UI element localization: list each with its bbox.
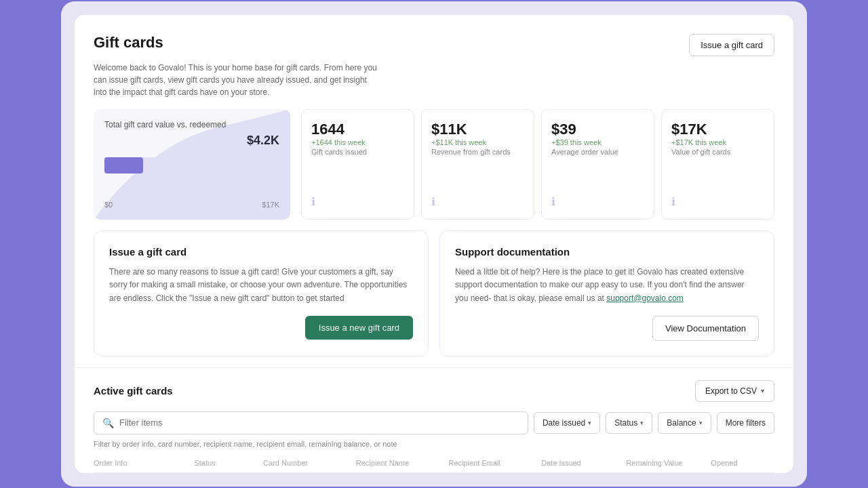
chevron-down-icon-balance: ▾ (699, 420, 703, 426)
active-gift-cards-section: Active gift cards Export to CSV ▾ 🔍 Date… (75, 367, 793, 473)
stat-change-3: +$17K this week (671, 138, 726, 146)
col-header-status: Status (194, 459, 258, 467)
issue-gift-card-top-button[interactable]: Issue a gift card (689, 34, 774, 56)
issue-card-section: Issue a gift card There are so many reas… (94, 230, 429, 357)
info-section: Issue a gift card There are so many reas… (94, 230, 774, 357)
chevron-down-icon-date: ▾ (588, 420, 591, 426)
stat-change-2: +$39 this week (551, 138, 601, 146)
status-filter-button[interactable]: Status ▾ (606, 412, 652, 434)
stat-change-0: +1644 this week (311, 138, 366, 146)
search-box: 🔍 (94, 411, 528, 434)
view-documentation-button[interactable]: View Documentation (652, 316, 759, 341)
stats-row: Total gift card value vs. redeemed $4.2K… (94, 109, 774, 220)
govalo-logo (750, 430, 793, 473)
support-text-pre: Need a little bit of help? Here is the p… (455, 267, 745, 302)
stat-number-0: 1644 (311, 121, 344, 138)
table-header-row: Order info Status Card number Recipient … (94, 456, 774, 473)
stat-number-1: $11K (431, 121, 467, 138)
stat-change-1: +$11K this week (431, 138, 486, 146)
chart-label-min: $0 (104, 201, 113, 209)
export-csv-button[interactable]: Export to CSV ▾ (695, 380, 774, 402)
chart-label-max: $17K (262, 201, 279, 209)
stat-label-3: Value of gift cards (671, 148, 730, 156)
stat-label-1: Revenue from gift cards (431, 148, 511, 156)
support-section: Support documentation Need a little bit … (439, 230, 774, 357)
status-label: Status (614, 418, 637, 428)
chart-card: Total gift card value vs. redeemed $4.2K… (94, 109, 290, 220)
issue-card-title: Issue a gift card (109, 246, 413, 258)
stat-icon-2: ℹ (551, 195, 555, 208)
stat-icon-0: ℹ (311, 195, 315, 208)
stat-cards: 1644 +1644 this week Gift cards issued ℹ… (301, 109, 774, 220)
stat-icon-3: ℹ (671, 195, 675, 208)
export-btn-label: Export to CSV (705, 386, 757, 396)
chart-labels: $0 $17K (104, 201, 279, 209)
stat-label-2: Average order value (551, 148, 618, 156)
date-issued-label: Date issued (542, 418, 585, 428)
stat-card-1: $11K +$11K this week Revenue from gift c… (421, 109, 534, 220)
chart-title: Total gift card value vs. redeemed (104, 120, 279, 129)
stat-icon-1: ℹ (431, 195, 435, 208)
filter-hint: Filter by order info, card number, recip… (94, 440, 774, 448)
search-icon: 🔍 (102, 418, 114, 428)
active-title: Active gift cards (94, 385, 173, 396)
support-text: Need a little bit of help? Here is the p… (455, 266, 759, 305)
stat-label-0: Gift cards issued (311, 148, 367, 156)
active-header: Active gift cards Export to CSV ▾ (94, 380, 774, 402)
chart-value: $4.2K (104, 134, 279, 148)
chevron-down-icon-status: ▾ (640, 420, 644, 426)
col-header-order-info: Order info (94, 459, 189, 467)
col-header-date-issued: Date issued (541, 459, 620, 467)
issue-new-gift-card-button[interactable]: Issue a new gift card (305, 316, 413, 340)
date-issued-filter-button[interactable]: Date issued ▾ (534, 412, 600, 434)
col-header-recipient-name: Recipient name (356, 459, 443, 467)
stat-card-0: 1644 +1644 this week Gift cards issued ℹ (301, 109, 414, 220)
chevron-down-icon: ▾ (761, 387, 764, 394)
stat-number-3: $17K (671, 121, 707, 138)
balance-label: Balance (667, 418, 696, 428)
col-header-card-number: Card number (263, 459, 351, 467)
stat-card-2: $39 +$39 this week Average order value ℹ (541, 109, 654, 220)
page-title: Gift cards (94, 34, 163, 52)
col-header-recipient-email: Recipient email (449, 459, 536, 467)
stat-number-2: $39 (551, 121, 576, 138)
col-header-remaining-value: Remaining Value (626, 459, 705, 467)
issue-card-text: There are so many reasons to issue a gif… (109, 266, 413, 305)
search-input[interactable] (119, 418, 519, 428)
balance-filter-button[interactable]: Balance ▾ (658, 412, 711, 434)
support-title: Support documentation (455, 246, 759, 258)
page-subtitle: Welcome back to Govalo! This is your hom… (94, 62, 378, 98)
bar-chart (104, 157, 279, 182)
search-filter-row: 🔍 Date issued ▾ Status ▾ Balance ▾ More … (94, 411, 774, 434)
more-filters-label: More filters (726, 418, 766, 428)
stat-card-3: $17K +$17K this week Value of gift cards… (661, 109, 774, 220)
bar-fill (104, 157, 143, 174)
support-email[interactable]: support@govalo.com (606, 293, 684, 303)
